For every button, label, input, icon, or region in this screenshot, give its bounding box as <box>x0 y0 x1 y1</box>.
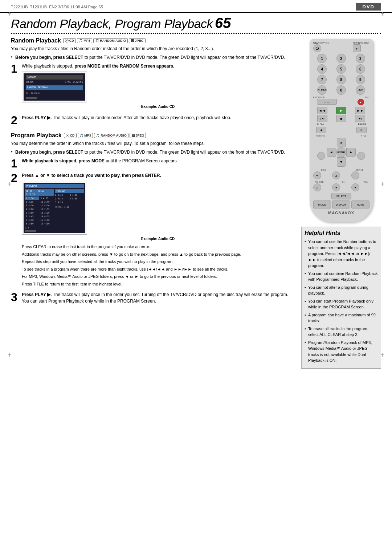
standby-button[interactable]: ⏻ <box>313 44 321 52</box>
program-playback-section: Program Playback CD 🎵 MP3 🎵 RANDOM AUDIO… <box>11 132 294 305</box>
setup-label: SET UP <box>356 169 364 171</box>
hint-item-6: To erase all tracks in the program, sele… <box>305 326 378 338</box>
display-button[interactable]: DISPLAY <box>332 200 350 208</box>
nav-section: ▲ ▼ ◄ ► ENTER <box>313 138 369 167</box>
page-header: T2221UB_T1201UB_EN2 3/7/06 11:08 AM Page… <box>0 0 392 12</box>
remote-container: STANDBY·ON ⏻ OPEN/CLOSE ▲ 1 2 3 4 <box>301 37 381 222</box>
stop-button[interactable]: ■ <box>336 115 346 122</box>
picsize-label: PIC SIZE <box>315 181 324 183</box>
rec-label: REC <box>365 96 369 98</box>
hint-item-3: You cannot alter a program during playba… <box>305 284 378 296</box>
next-button[interactable]: ►| <box>355 115 365 122</box>
disc-setup-row: ▼ ▲ <box>313 171 369 179</box>
dpad: ▲ ▼ ◄ ► ENTER <box>327 138 356 167</box>
random-format-badges: CD 🎵 MP3 🎵 RANDOM AUDIO 🖼 JPEG <box>63 38 146 43</box>
ch-down-button[interactable]: ▼ <box>332 183 340 191</box>
rec-row: — — ● <box>313 99 369 105</box>
right-column: STANDBY·ON ⏻ OPEN/CLOSE ▲ 1 2 3 4 <box>301 37 381 369</box>
cd-disc-icon <box>65 39 69 42</box>
disc-button[interactable]: ▼ <box>313 171 321 179</box>
num-btn-100[interactable]: +100 <box>356 85 365 95</box>
vol-label: VOL <box>363 181 368 183</box>
num-btn-3[interactable]: 3 <box>356 54 365 63</box>
title-button[interactable] <box>357 152 365 160</box>
return-title-labels: RETURN TITLE <box>313 135 369 137</box>
num-btn-6[interactable]: 6 <box>356 64 365 74</box>
return-button[interactable] <box>317 152 325 160</box>
dpad-right[interactable]: ► <box>346 148 356 157</box>
prog-col-left: CD-DA TOTAL 1:22:55 1 2:309 4:05 2 3:151… <box>25 189 54 229</box>
mode-button[interactable]: MODE <box>313 200 331 208</box>
program-intro: You may determine the order in which the… <box>11 140 294 147</box>
select-button[interactable]: SELECT <box>331 193 351 199</box>
setup-button[interactable] <box>351 171 359 179</box>
program-before-begin: Before you begin, press SELECT to put th… <box>11 149 294 155</box>
program-screen-example: PROGRAM CD-DA TOTAL 1:22:55 1 2:309 4:05… <box>22 181 87 235</box>
pause-button[interactable]: II <box>356 127 367 133</box>
num-btn-7[interactable]: 7 <box>317 75 327 84</box>
additional-note2: Repeat this step until you have selected… <box>22 259 294 265</box>
prog-format-badge-cd: CD <box>64 133 77 138</box>
rec-mode-button[interactable]: — — <box>317 99 337 105</box>
openclose-button[interactable]: ▲ <box>353 44 361 52</box>
vol-button[interactable]: ▼ <box>351 183 359 191</box>
num-btn-9[interactable]: 9 <box>356 75 365 84</box>
program-step1: 1 While playback is stopped, press MODE … <box>11 158 294 169</box>
remote-top: STANDBY·ON ⏻ OPEN/CLOSE ▲ <box>313 42 369 52</box>
random-step2: 2 Press PLAY ▶. The tracks will play in … <box>11 114 294 126</box>
program-step2-number: 2 <box>11 172 19 184</box>
rewind-button[interactable]: ◄◄ <box>317 107 327 114</box>
tracks-note: To see tracks in a program when there ar… <box>22 266 294 272</box>
program-screen-inner: PROGRAM CD-DA TOTAL 1:22:55 1 2:309 4:05… <box>24 183 85 233</box>
num-btn-clear[interactable]: CLEAR <box>317 85 327 95</box>
dpad-up[interactable]: ▲ <box>337 138 346 147</box>
random-example-caption: Example: Audio CD <box>22 104 294 109</box>
prog-format-badge-mp3: 🎵 MP3 <box>78 133 93 138</box>
random-before-begin: Before you begin, press SELECT to put th… <box>11 54 294 61</box>
program-example-caption: Example: Audio CD <box>22 236 294 242</box>
program-playback-heading: Program Playback CD 🎵 MP3 🎵 RANDOM AUDIO… <box>11 132 294 139</box>
fast-forward-button[interactable]: ►► <box>355 107 365 114</box>
dpad-down[interactable]: ▼ <box>337 157 346 167</box>
dpad-left[interactable]: ◄ <box>327 148 336 157</box>
num-btn-1[interactable]: 1 <box>317 54 327 63</box>
disc-setup-labels: DISC SET UP <box>313 169 369 171</box>
title-note: Press TITLE to return to the first item … <box>22 281 294 287</box>
num-btn-8[interactable]: 8 <box>336 75 346 84</box>
program-step2: 2 Press ▲ or ▼ to select a track you wan… <box>11 172 294 289</box>
rec-button[interactable]: ● <box>358 99 364 105</box>
mute-button[interactable]: MUTE <box>351 200 369 208</box>
num-btn-0[interactable]: 0 <box>336 85 346 95</box>
transport-controls: ◄◄ ► ►► |◄ ■ ►| <box>313 107 369 122</box>
hint-item-2: You cannot combine Random Playback with … <box>305 271 378 283</box>
num-btn-2[interactable]: 2 <box>336 54 346 63</box>
prev-button[interactable]: |◄ <box>317 115 327 122</box>
program-step2-content: Press ▲ or ▼ to select a track you want … <box>22 172 294 289</box>
section-separator <box>11 129 294 129</box>
title-label: TITLE <box>360 135 366 137</box>
slow-button[interactable]: ◄ <box>316 127 326 133</box>
enter-button[interactable]: ENTER <box>336 147 346 157</box>
random-step1-content: While playback is stopped, press MODE un… <box>22 63 294 112</box>
prog-icon-bar <box>25 230 36 232</box>
ch-up-button[interactable]: ▲ <box>332 171 340 179</box>
ch-label: CH <box>342 181 345 183</box>
prog-format-badge-audio: 🎵 RANDOM AUDIO <box>94 133 128 138</box>
openclose-section: OPEN/CLOSE ▲ <box>353 42 369 52</box>
num-btn-5[interactable]: 5 <box>336 64 346 74</box>
picsize-button[interactable]: □ <box>313 183 321 191</box>
random-screen-example: RANDOM CD-DA TOTAL 1:22:55 RANDOM PROGRA… <box>22 72 87 102</box>
play-button[interactable]: ► <box>336 107 346 114</box>
random-screen-sub: TV: PROGRAM <box>26 92 83 95</box>
program-step3-number: 3 <box>11 291 19 303</box>
prog-cols: CD-DA TOTAL 1:22:55 1 2:309 4:05 2 3:151… <box>25 189 84 229</box>
return-label: RETURN <box>316 135 325 137</box>
crosshair-bottom-left: + <box>7 351 12 358</box>
prog-format-badge-jpeg: 🖼 JPEG <box>130 133 146 138</box>
num-btn-4[interactable]: 4 <box>317 64 327 74</box>
picsize-vol-row: □ ▼ ▼ <box>313 183 369 191</box>
rec-labels: REC MODE REC <box>313 96 369 98</box>
rec-mode-label: REC MODE <box>313 96 325 98</box>
slow-pause-labels: SLOW PAUSE <box>313 123 369 126</box>
program-step3: 3 Press PLAY ▶. The tracks will play onc… <box>11 291 294 304</box>
